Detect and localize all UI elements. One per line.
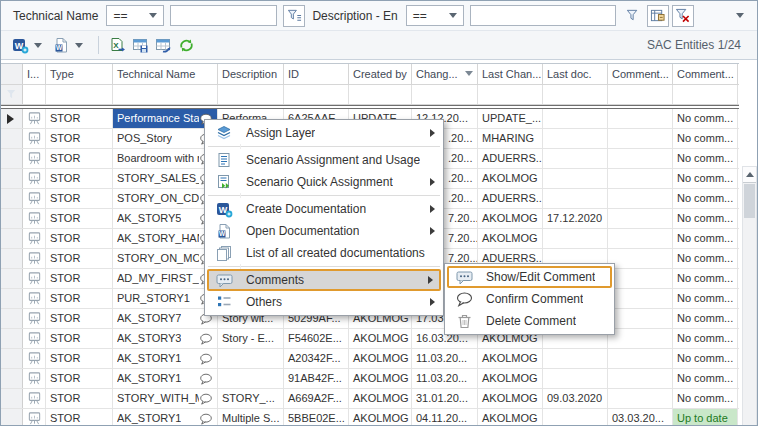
column-header[interactable]: Chang... — [412, 64, 478, 84]
create-documentation-button[interactable]: W — [9, 34, 31, 56]
changed-on-cell[interactable]: 11.03.20... — [412, 369, 478, 388]
entity-icon-cell[interactable] — [23, 329, 46, 348]
technical-name-cell[interactable]: POS_Story — [113, 129, 218, 148]
comment-date-cell[interactable] — [608, 369, 673, 388]
type-cell[interactable]: STOR — [46, 369, 113, 388]
column-header[interactable]: Created by — [349, 64, 412, 84]
filter-cell[interactable] — [113, 85, 218, 104]
row-selector-cell[interactable] — [1, 149, 23, 168]
description-cell[interactable]: STORY_... — [218, 389, 284, 408]
type-cell[interactable]: STOR — [46, 109, 113, 128]
comment-date-cell[interactable] — [608, 289, 673, 308]
entity-icon-cell[interactable] — [23, 249, 46, 268]
technical-name-cell[interactable]: AK_STORY_HANA... — [113, 229, 218, 248]
menu-item-open-documentation[interactable]: WOpen Documentation — [207, 220, 441, 242]
column-header[interactable]: ID — [284, 64, 349, 84]
filter-editor-button[interactable] — [647, 5, 669, 27]
last-changed-by-cell[interactable]: ADUERRS... — [478, 149, 543, 168]
comment-date-cell[interactable] — [608, 329, 673, 348]
comment-status-cell[interactable]: No comm... — [673, 389, 738, 408]
last-doc-cell[interactable] — [543, 229, 608, 248]
technical-name-filter-input[interactable] — [170, 5, 277, 26]
menu-item-assign-layer[interactable]: Assign Layer — [207, 122, 441, 144]
changed-on-cell[interactable]: 31.01.20... — [412, 389, 478, 408]
menu-item-delete-comment[interactable]: Delete Comment — [447, 310, 612, 332]
entity-icon-cell[interactable] — [23, 269, 46, 288]
table-row[interactable]: STOR AK_STORY1 A20342F... AKOLMOG 11.03.… — [1, 349, 739, 369]
comment-status-cell[interactable]: No comm... — [673, 309, 738, 328]
row-selector-cell[interactable] — [1, 269, 23, 288]
comment-status-cell[interactable]: No comm... — [673, 109, 738, 128]
open-documentation-dropdown[interactable] — [73, 34, 85, 56]
entity-icon-cell[interactable] — [23, 149, 46, 168]
entity-icon-cell[interactable] — [23, 409, 46, 426]
refresh-button[interactable] — [175, 34, 197, 56]
row-selector-cell[interactable] — [1, 109, 23, 128]
comment-status-cell[interactable]: No comm... — [673, 289, 738, 308]
clear-filter-button[interactable] — [672, 5, 694, 27]
comment-status-cell[interactable]: No comm... — [673, 209, 738, 228]
comment-date-cell[interactable] — [608, 189, 673, 208]
last-changed-by-cell[interactable]: AKOLMOG — [478, 369, 543, 388]
menu-item-others[interactable]: Others — [207, 291, 441, 313]
row-selector-cell[interactable] — [1, 189, 23, 208]
filter-cell[interactable] — [23, 85, 46, 104]
column-header[interactable]: Type — [46, 64, 113, 84]
last-changed-by-cell[interactable]: AKOLMOG — [478, 349, 543, 368]
created-by-cell[interactable]: AKOLMOG — [349, 329, 412, 348]
filter-cell[interactable] — [608, 85, 673, 104]
apply-filter-button[interactable] — [622, 5, 644, 27]
id-cell[interactable]: 91AB42F... — [284, 369, 349, 388]
comment-status-cell[interactable]: No comm... — [673, 329, 738, 348]
save-grid-layout-button[interactable] — [129, 34, 151, 56]
last-doc-cell[interactable] — [543, 149, 608, 168]
type-cell[interactable]: STOR — [46, 189, 113, 208]
comment-status-cell[interactable]: No comm... — [673, 269, 738, 288]
type-cell[interactable]: STOR — [46, 249, 113, 268]
last-doc-cell[interactable] — [543, 369, 608, 388]
filter-row-options-chevron[interactable] — [736, 13, 744, 18]
comment-status-cell[interactable]: No comm... — [673, 369, 738, 388]
filter-cell[interactable] — [46, 85, 113, 104]
changed-on-cell[interactable]: 04.11.20... — [412, 409, 478, 426]
id-cell[interactable]: F54602E... — [284, 329, 349, 348]
comment-date-cell[interactable] — [608, 249, 673, 268]
comment-status-cell[interactable]: No comm... — [673, 229, 738, 248]
type-cell[interactable]: STOR — [46, 169, 113, 188]
open-documentation-button[interactable]: W — [50, 34, 72, 56]
id-cell[interactable]: A669A2F... — [284, 389, 349, 408]
comment-status-cell[interactable]: No comm... — [673, 149, 738, 168]
created-by-cell[interactable]: AKOLMOG — [349, 349, 412, 368]
row-selector-cell[interactable] — [1, 309, 23, 328]
type-cell[interactable]: STOR — [46, 349, 113, 368]
description-cell[interactable] — [218, 369, 284, 388]
type-cell[interactable]: STOR — [46, 209, 113, 228]
comment-date-cell[interactable] — [608, 129, 673, 148]
row-selector-cell[interactable] — [1, 209, 23, 228]
technical-name-cell[interactable]: AK_STORY1 — [113, 349, 218, 368]
type-cell[interactable]: STOR — [46, 389, 113, 408]
type-cell[interactable]: STOR — [46, 309, 113, 328]
export-excel-button[interactable]: X — [106, 34, 128, 56]
table-row[interactable]: STOR AK_STORY1 91AB42F... AKOLMOG 11.03.… — [1, 369, 739, 389]
entity-icon-cell[interactable] — [23, 389, 46, 408]
vertical-scrollbar[interactable] — [742, 166, 757, 426]
scrollbar-thumb[interactable] — [744, 184, 755, 218]
type-cell[interactable]: STOR — [46, 409, 113, 426]
comment-status-cell[interactable]: No comm... — [673, 169, 738, 188]
technical-name-cell[interactable]: STORY_ON_MOD... — [113, 249, 218, 268]
technical-name-cell[interactable]: STORY_ON_CDS — [113, 189, 218, 208]
type-cell[interactable]: STOR — [46, 229, 113, 248]
last-changed-by-cell[interactable]: UPDATE_... — [478, 109, 543, 128]
entity-icon-cell[interactable] — [23, 309, 46, 328]
entity-icon-cell[interactable] — [23, 349, 46, 368]
menu-item-comments[interactable]: Comments — [207, 269, 441, 291]
technical-name-operator-select[interactable]: == — [106, 5, 164, 26]
row-selector-cell[interactable] — [1, 249, 23, 268]
entity-icon-cell[interactable] — [23, 289, 46, 308]
row-selector-cell[interactable] — [1, 289, 23, 308]
comment-status-cell[interactable]: No comm... — [673, 129, 738, 148]
type-cell[interactable]: STOR — [46, 149, 113, 168]
last-doc-cell[interactable]: 09.03.2020 — [543, 389, 608, 408]
type-cell[interactable]: STOR — [46, 129, 113, 148]
